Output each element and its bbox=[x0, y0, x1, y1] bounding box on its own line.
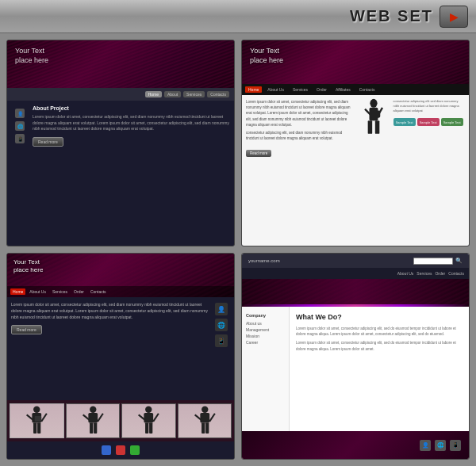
card2-text2: consectetur adipiscing elit, sed diam no… bbox=[246, 130, 354, 141]
svg-rect-17 bbox=[94, 423, 97, 434]
card3-nav-services[interactable]: Services bbox=[50, 288, 70, 295]
svg-rect-16 bbox=[90, 423, 93, 434]
card2-nav-contacts[interactable]: Contacts bbox=[356, 86, 378, 93]
film-thumb-3[interactable] bbox=[121, 403, 176, 438]
footer-icon-globe: 🌐 bbox=[435, 440, 446, 451]
card2-nav-services[interactable]: Services bbox=[290, 86, 311, 93]
card1-section-title: About Project bbox=[33, 105, 229, 111]
card4-right-col: What We Do? Lorem ipsum dolor sit amet, … bbox=[290, 307, 469, 431]
card2-header: Your Text place here bbox=[242, 40, 469, 84]
card2-left: Lorem ipsum dolor sit amet, consectetur … bbox=[246, 99, 354, 242]
card-top-left: Your Text place here Home About Services… bbox=[6, 40, 235, 246]
card2-text1: Lorem ipsum dolor sit amet, consectetur … bbox=[246, 99, 354, 128]
card4-search-icon[interactable]: 🔍 bbox=[455, 258, 463, 264]
card2-silhouette bbox=[358, 99, 390, 139]
card2-nav-home[interactable]: Home bbox=[245, 86, 262, 93]
card3-read-more[interactable]: Read more bbox=[11, 325, 42, 334]
svg-rect-9 bbox=[33, 423, 36, 434]
card4-nav: About Us Services Order Contacts bbox=[242, 268, 469, 279]
card4-hero-line bbox=[242, 304, 469, 307]
dot-blue[interactable] bbox=[102, 445, 111, 455]
card-bottom-right: yourname.com 🔍 About Us Services Order C… bbox=[241, 253, 470, 460]
card2-body: Lorem ipsum dolor sit amet, consectetur … bbox=[242, 95, 469, 246]
card2-pills: Sample Text Sample Text Sample Text bbox=[393, 118, 465, 126]
svg-rect-15 bbox=[88, 413, 98, 423]
card1-body: About Project Lorem ipsum dolor sit amet… bbox=[7, 101, 234, 246]
nav-services[interactable]: Services bbox=[183, 91, 205, 97]
card4-hero bbox=[242, 279, 469, 307]
nav-about[interactable]: About bbox=[164, 91, 181, 97]
card3-icon-people: 👤 bbox=[215, 303, 228, 315]
card3-sidebar: 👤 🌐 📱 bbox=[213, 301, 230, 396]
card4-search: 🔍 bbox=[413, 258, 463, 265]
dot-red[interactable] bbox=[116, 445, 125, 455]
card4-nav-about[interactable]: About Us bbox=[397, 271, 414, 276]
card2-read-more[interactable]: Read more bbox=[246, 150, 271, 157]
film-thumb-4[interactable] bbox=[178, 403, 232, 438]
card2-nav-order[interactable]: Order bbox=[313, 86, 330, 93]
svg-rect-27 bbox=[200, 413, 209, 423]
card3-icon-phone: 📱 bbox=[215, 334, 228, 347]
svg-point-14 bbox=[90, 407, 96, 413]
card1-read-more[interactable]: Read more bbox=[33, 137, 63, 147]
film-silhouette-3 bbox=[122, 404, 175, 437]
card1-header: Your Text place here bbox=[7, 40, 234, 88]
svg-line-19 bbox=[98, 414, 103, 422]
people-icon bbox=[15, 109, 25, 118]
svg-point-26 bbox=[202, 407, 208, 413]
film-silhouette-2 bbox=[67, 404, 120, 437]
svg-rect-28 bbox=[202, 423, 205, 434]
card3-body: Lorem ipsum dolor sit amet, consectetur … bbox=[7, 297, 234, 400]
card2-nav-about[interactable]: About Us bbox=[264, 86, 287, 93]
card3-nav-home[interactable]: Home bbox=[10, 288, 25, 295]
footer-icon-people: 👤 bbox=[420, 440, 431, 451]
card3-nav-order[interactable]: Order bbox=[71, 288, 86, 295]
svg-rect-6 bbox=[370, 110, 380, 117]
svg-rect-13 bbox=[35, 416, 41, 422]
pill-green: Sample Text bbox=[441, 118, 463, 126]
card4-menu-management[interactable]: Management bbox=[246, 327, 285, 333]
arrow-button[interactable] bbox=[440, 6, 468, 28]
card4-menu-mission[interactable]: Mission bbox=[246, 333, 285, 339]
nav-contacts[interactable]: Contacts bbox=[207, 91, 229, 97]
card2-nav-affiliates[interactable]: Affiliates bbox=[332, 86, 354, 93]
card4-text2: Lorem ipsum dolor sit amet, consectetur … bbox=[296, 340, 463, 351]
card1-title: Your Text place here bbox=[15, 47, 48, 65]
color-dots bbox=[7, 441, 234, 459]
card4-menu-about[interactable]: About us bbox=[246, 320, 285, 327]
film-thumb-1[interactable] bbox=[10, 403, 64, 438]
card3-title-area: Your Text place here bbox=[7, 254, 234, 280]
card1-content: About Project Lorem ipsum dolor sit amet… bbox=[33, 105, 229, 241]
card3-nav-contacts[interactable]: Contacts bbox=[88, 288, 109, 295]
card4-nav-contacts[interactable]: Contacts bbox=[448, 271, 464, 276]
card4-search-box[interactable] bbox=[413, 258, 453, 265]
svg-rect-10 bbox=[37, 423, 40, 434]
film-thumb-2[interactable] bbox=[66, 403, 121, 438]
card4-section-title: What We Do? bbox=[296, 313, 463, 321]
nav-home[interactable]: Home bbox=[145, 91, 162, 97]
card4-domain: yourname.com bbox=[248, 258, 280, 263]
card2-nav: Home About Us Services Order Affiliates … bbox=[242, 84, 469, 95]
svg-line-12 bbox=[41, 414, 47, 422]
card4-nav-services[interactable]: Services bbox=[416, 271, 432, 276]
top-banner: WEB SET bbox=[0, 0, 476, 33]
svg-line-31 bbox=[209, 414, 215, 422]
web-set-label: WEB SET bbox=[350, 6, 468, 28]
footer-icon-phone: 📱 bbox=[450, 440, 461, 451]
svg-point-20 bbox=[145, 407, 152, 413]
card2-right: consectetur adipiscing elit sed diam non… bbox=[393, 99, 465, 242]
card-top-right: Your Text place here Home About Us Servi… bbox=[241, 40, 470, 246]
main-grid: Your Text place here Home About Services… bbox=[0, 33, 476, 466]
svg-point-7 bbox=[33, 407, 40, 413]
svg-rect-4 bbox=[367, 120, 372, 134]
film-silhouette-1 bbox=[10, 404, 63, 437]
globe-icon bbox=[15, 121, 25, 131]
card3-nav-about[interactable]: About Us bbox=[27, 288, 48, 295]
card4-nav-order[interactable]: Order bbox=[435, 271, 445, 276]
dot-green[interactable] bbox=[130, 445, 140, 455]
card3-nav: Home About Us Services Order Contacts bbox=[7, 286, 234, 297]
card4-menu-career[interactable]: Career bbox=[246, 339, 285, 346]
card3-title: Your Text place here bbox=[13, 258, 228, 275]
card4-left-col: Company About us Management Mission Care… bbox=[242, 307, 290, 431]
card4-topbar: yourname.com 🔍 bbox=[242, 254, 469, 268]
